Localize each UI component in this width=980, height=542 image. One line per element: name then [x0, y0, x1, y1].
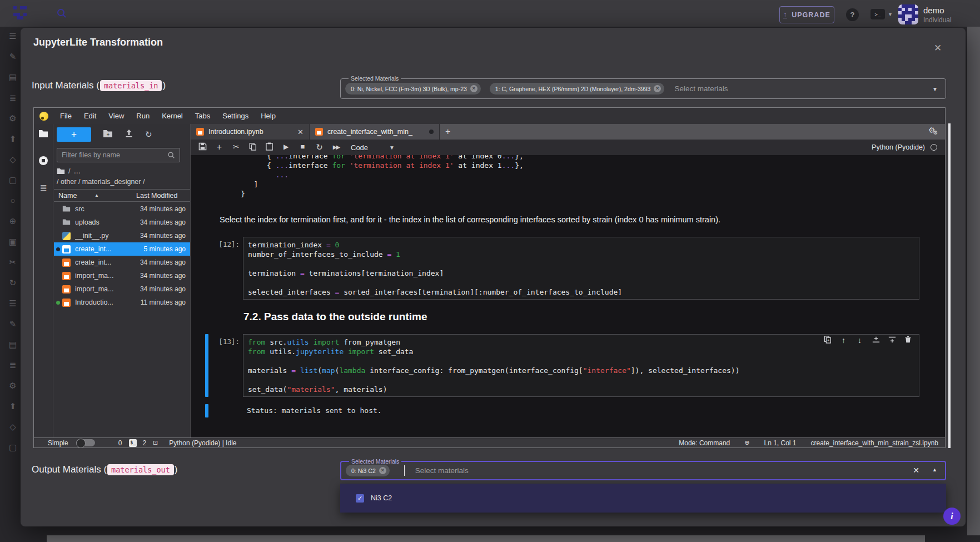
file-list-header[interactable]: Name▲ Last Modified	[54, 189, 190, 202]
svg-text:+: +	[107, 132, 110, 137]
grid-icon: ▤	[6, 340, 20, 360]
close-tab-icon[interactable]: ✕	[297, 128, 304, 136]
shape-icon: ◇	[6, 155, 20, 175]
cut-icon[interactable]: ✂	[231, 142, 241, 152]
breadcrumb-path[interactable]: / other / materials_designer /	[57, 178, 145, 186]
user-avatar[interactable]	[898, 4, 918, 24]
filter-files-input[interactable]: Filter files by name	[57, 148, 180, 162]
refresh-icon[interactable]: ↻	[145, 130, 152, 140]
menu-help[interactable]: Help	[255, 112, 282, 120]
output-materials-select[interactable]: Selected Materials 0: Ni3 C2✕Select mate…	[340, 461, 946, 480]
menu-file[interactable]: File	[54, 112, 78, 120]
shape-icon: ◇	[6, 422, 20, 442]
refresh-icon: ↻	[6, 278, 20, 299]
delete-icon[interactable]	[903, 335, 913, 345]
add-icon[interactable]: +	[215, 142, 224, 152]
markdown-heading[interactable]: 7.2. Pass data to the outside runtime	[243, 311, 427, 323]
file-row--init-py[interactable]: __init__.py34 minutes ago	[54, 229, 190, 242]
cell-type-select[interactable]: Code	[351, 143, 368, 152]
file-row-src[interactable]: src34 minutes ago	[54, 202, 190, 216]
settings-gears-icon[interactable]: ⚙⚙	[928, 126, 941, 135]
material-chip[interactable]: 0: Ni, Nickel, FCC (Fm-3m) 3D (Bulk), mp…	[345, 83, 481, 95]
material-chip[interactable]: 0: Ni3 C2✕	[346, 465, 390, 476]
file-name: src	[75, 205, 140, 213]
simple-mode-toggle[interactable]	[76, 439, 95, 446]
circle-icon: ○	[6, 196, 20, 216]
duplicate-icon[interactable]: +	[823, 335, 832, 345]
new-folder-icon[interactable]: +	[103, 130, 113, 140]
dropdown-arrow-icon[interactable]: ▼	[932, 86, 938, 92]
jupyter-left-tabs: ≣	[34, 124, 53, 437]
markdown-cell-text[interactable]: Select the index for termination first, …	[220, 215, 720, 224]
tab-create-interface[interactable]: create_interface_with_min_	[310, 124, 440, 140]
run-all-icon[interactable]: ▶▶	[331, 142, 341, 152]
dialog-title: JupyterLite Transformation	[33, 37, 163, 48]
menu-view[interactable]: View	[102, 112, 130, 120]
menu-settings[interactable]: Settings	[216, 112, 255, 120]
menu-run[interactable]: Run	[130, 112, 156, 120]
file-row-create-int-[interactable]: create_int...34 minutes ago	[54, 256, 190, 269]
table-of-contents-tab-icon[interactable]: ≣	[34, 182, 53, 193]
paste-icon[interactable]	[265, 142, 274, 152]
copy-icon[interactable]	[248, 142, 257, 152]
chip-remove-icon[interactable]: ✕	[379, 467, 386, 474]
move-up-icon[interactable]: ↑	[839, 336, 848, 345]
running-sessions-tab-icon[interactable]	[34, 156, 53, 168]
code-cell-active[interactable]: from src.utils import from_pymatgenfrom …	[243, 334, 919, 397]
file-browser-panel: + + ↻ Filter files by name /… / other / …	[54, 124, 191, 437]
select-placeholder[interactable]: Select materials	[674, 84, 728, 93]
new-launcher-button[interactable]: +	[57, 127, 91, 142]
file-row-introductio-[interactable]: Introductio...11 minutes ago	[54, 296, 190, 309]
menu-edit[interactable]: Edit	[78, 112, 102, 120]
insert-below-icon[interactable]	[887, 336, 897, 345]
kernel-status-text[interactable]: Python (Pyodide) | Idle	[169, 439, 236, 447]
modal-scrollbar[interactable]	[948, 123, 951, 448]
new-tab-button[interactable]: +	[440, 124, 456, 140]
materials-out-code: materials_out	[107, 464, 174, 475]
stop-icon[interactable]: ■	[298, 142, 307, 152]
material-chip[interactable]: 1: C, Graphene, HEX (P6/mmm) 2D (Monolay…	[490, 83, 665, 95]
file-row-create-int-[interactable]: create_int...5 minutes ago	[54, 242, 190, 256]
restart-icon[interactable]: ↻	[315, 142, 324, 152]
text-cursor	[404, 465, 405, 476]
chip-remove-icon[interactable]: ✕	[654, 85, 661, 92]
code-cell[interactable]: termination_index = 0number_of_interface…	[243, 237, 919, 300]
file-row-import-ma-[interactable]: import_ma...34 minutes ago	[54, 269, 190, 282]
notebook-content[interactable]: { ...interface for 'termination at index…	[191, 155, 945, 437]
run-icon[interactable]: ▶	[281, 142, 291, 152]
input-materials-select[interactable]: Selected Materials 0: Ni, Nickel, FCC (F…	[340, 78, 946, 99]
kernel-icon: ⊡	[153, 439, 158, 446]
app-logo-icon[interactable]	[13, 6, 28, 21]
close-icon[interactable]: ✕	[934, 42, 942, 54]
cursor-position[interactable]: Ln 1, Col 1	[764, 439, 797, 447]
kernel-indicator[interactable]: Python (Pyodide)	[872, 143, 937, 151]
move-down-icon[interactable]: ↓	[855, 336, 864, 345]
insert-above-icon[interactable]	[871, 336, 880, 345]
clear-icon[interactable]: ✕	[913, 466, 919, 475]
dropdown-collapse-icon[interactable]: ▲	[932, 467, 937, 473]
help-button[interactable]: ?	[846, 8, 859, 21]
file-browser-tab-icon[interactable]	[34, 130, 53, 140]
tab-introduction-ipynb[interactable]: Introduction.ipynb ✕	[191, 124, 310, 140]
checkbox-checked-icon[interactable]: ✓	[356, 494, 364, 503]
menu-kernel[interactable]: Kernel	[156, 112, 189, 120]
save-icon[interactable]	[198, 142, 207, 152]
console-menu-button[interactable]: >_	[870, 9, 885, 19]
breadcrumb[interactable]: /…	[57, 167, 81, 175]
upgrade-button[interactable]: ↑UPGRADE	[779, 6, 834, 23]
dropdown-option[interactable]: ✓ Ni3 C2	[340, 488, 946, 508]
background-footer-bar	[47, 535, 925, 542]
search-icon[interactable]	[56, 8, 67, 21]
file-row-import-ma-[interactable]: import_ma...34 minutes ago	[54, 282, 190, 296]
menu-tabs[interactable]: Tabs	[189, 112, 216, 120]
info-button[interactable]: i	[943, 508, 961, 525]
menu-icon: ☰	[6, 299, 20, 319]
edit-icon: ✎	[6, 319, 20, 340]
upload-icon[interactable]	[125, 129, 133, 140]
select-placeholder[interactable]: Select materials	[415, 466, 469, 475]
settings-icon: ⚙	[6, 381, 20, 401]
mode-indicator: Mode: Command	[679, 439, 730, 447]
add-icon: ⊕	[6, 216, 20, 237]
file-row-uploads[interactable]: uploads34 minutes ago	[54, 216, 190, 229]
chip-remove-icon[interactable]: ✕	[470, 85, 477, 92]
